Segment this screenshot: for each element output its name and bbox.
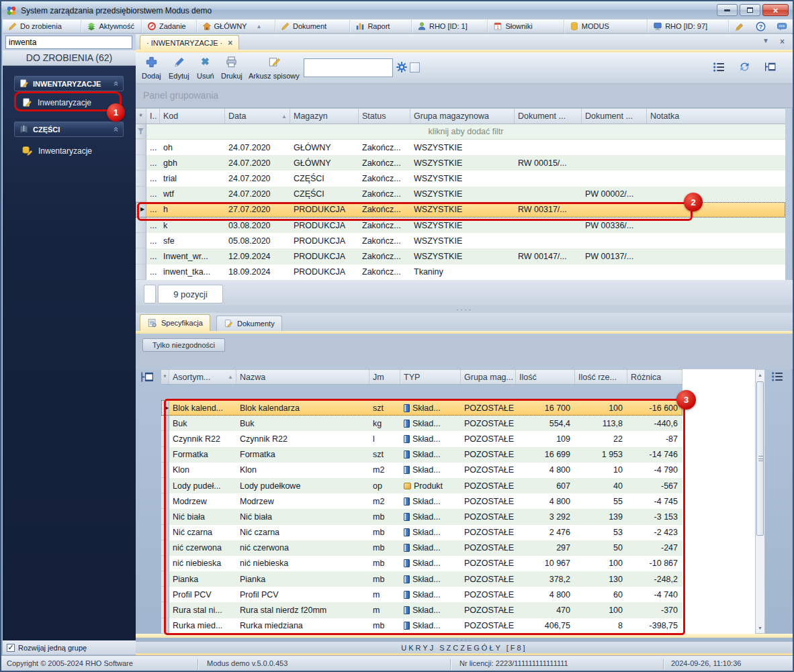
tab-inwentaryzacje[interactable]: · INWENTARYZACJE · × xyxy=(140,35,239,50)
only-discrepancies-button[interactable]: Tylko niezgodności xyxy=(142,338,225,352)
table-row[interactable]: ▶ Nić biała Nić biała mb Skład... POZOST… xyxy=(161,509,682,524)
footer-indicator-box xyxy=(144,285,156,303)
table-row[interactable]: ▶ Nić czarna Nić czarna mb Skład... POZO… xyxy=(161,525,682,540)
table-row[interactable]: ▶ Modrzew Modrzew m2 Skład... POZOSTAŁE … xyxy=(161,493,682,509)
table-row[interactable]: ▶ Klon Klon m2 Skład... POZOSTAŁE 4 800 … xyxy=(161,463,682,478)
hide-details-bar[interactable]: UKRYJ SZCZEGÓŁY [F8] xyxy=(136,641,793,653)
column-header-id[interactable]: I.. xyxy=(146,109,160,124)
minimize-button[interactable] xyxy=(717,4,738,16)
column-header-dokument2[interactable]: Dokument ... xyxy=(582,109,647,124)
column-header-ilosc-rz[interactable]: Ilość rze... xyxy=(575,370,627,384)
group-panel[interactable]: Panel grupowania xyxy=(136,84,793,108)
sort-asc-icon: ▲ xyxy=(281,113,287,119)
help-button[interactable]: ? xyxy=(750,19,771,33)
expand-one-group-checkbox[interactable]: ✓ xyxy=(7,644,15,652)
table-row[interactable]: ▶ Lody pudeł... Lody pudełkowe op Produk… xyxy=(161,478,682,493)
table-row[interactable]: ▶ Buk Buk kg Skład... POZOSTAŁE 554,4 11… xyxy=(161,416,682,431)
delete-button[interactable]: Usuń xyxy=(193,54,218,81)
tab-dokumenty[interactable]: Dokumenty xyxy=(216,316,282,331)
vertical-scrollbar[interactable]: ▲ ▼ xyxy=(755,369,765,634)
table-row[interactable]: ▶ ... k 03.08.2020 PRODUKCJA Zakończ... … xyxy=(136,218,785,233)
table-row[interactable]: ▶ ... Inwent_wr... 12.09.2024 PRODUKCJA … xyxy=(136,248,785,264)
tabbar-close-icon[interactable]: × xyxy=(780,37,785,46)
menu-item-modus[interactable]: MODUS xyxy=(564,19,648,33)
print-button[interactable]: Drukuj xyxy=(218,54,246,81)
table-row[interactable]: ▶ Pianka Pianka mb Skład... POZOSTAŁE 37… xyxy=(161,571,682,587)
menu-item-zadanie[interactable]: Zadanie xyxy=(142,19,197,33)
tab-list-dropdown-icon[interactable]: ▼ xyxy=(762,37,769,46)
edit-button[interactable]: Edytuj xyxy=(165,54,193,81)
column-header-grupa[interactable]: Grupa magazynowa xyxy=(410,109,515,124)
column-header-grupa-mag[interactable]: Grupa mag... xyxy=(461,370,516,384)
close-button[interactable]: × xyxy=(762,4,789,16)
menu-item-rho-user[interactable]: RHO [ID: 1] xyxy=(412,19,488,33)
scroll-down-icon[interactable]: ▼ xyxy=(758,623,762,633)
table-row[interactable]: ▶ ... inwent_tka... 18.09.2024 PRODUKCJA… xyxy=(136,265,785,280)
column-header-typ[interactable]: TYP xyxy=(400,370,461,384)
sidebar-group-czesci[interactable]: CZĘŚCI « xyxy=(14,122,124,137)
sidebar-group-inwentaryzacje[interactable]: INWENTARYZACJE « xyxy=(14,76,124,91)
maximize-icon xyxy=(747,7,753,13)
grid-search-input[interactable] xyxy=(304,58,393,77)
search-option-checkbox[interactable] xyxy=(410,62,420,73)
column-header-dokument1[interactable]: Dokument ... xyxy=(515,109,582,124)
paint-tool-button[interactable] xyxy=(729,19,750,33)
chat-button[interactable] xyxy=(771,19,793,33)
main-grid-filter-row[interactable]: kliknij aby dodać filtr xyxy=(136,124,785,140)
table-row[interactable]: ▶ ... trial 24.07.2020 CZĘŚCI Zakończ...… xyxy=(136,171,785,186)
bullet-list-icon[interactable] xyxy=(713,62,725,73)
sidebar-search-input[interactable] xyxy=(5,36,132,49)
horizontal-splitter[interactable]: ···· xyxy=(136,305,793,313)
band-column-icon[interactable] xyxy=(140,371,155,383)
menu-item-slowniki[interactable]: 1 Słowniki xyxy=(488,19,564,33)
detail-options-icon[interactable] xyxy=(771,371,784,382)
column-header-roznica[interactable]: Różnica xyxy=(627,370,682,384)
column-header-kod[interactable]: Kod xyxy=(160,109,225,124)
inventory-sheet-button[interactable]: Arkusz spisowy xyxy=(245,54,303,81)
table-row[interactable]: ▶ nić niebieska nić niebieska mb Skład..… xyxy=(161,556,682,571)
table-row[interactable]: ▶ nić czerwona nić czerwona mb Skład... … xyxy=(161,540,682,556)
refresh-icon[interactable] xyxy=(738,60,751,73)
check-icon: ✓ xyxy=(7,643,13,652)
table-row[interactable]: ▶ ... gbh 24.07.2020 GŁÓWNY Zakończ... W… xyxy=(136,155,785,171)
close-icon: × xyxy=(773,5,779,15)
tab-specyfikacja[interactable]: Specyfikacja xyxy=(140,314,210,331)
menu-item-rho-station[interactable]: RHO [ID: 97] xyxy=(648,19,728,33)
column-header-data[interactable]: Data▲ xyxy=(225,109,290,124)
grid-corner-star[interactable]: * xyxy=(161,370,169,384)
expand-one-group-label: Rozwijaj jedną grupę xyxy=(18,644,87,652)
column-header-jm[interactable]: Jm xyxy=(369,370,400,384)
column-header-asortyment[interactable]: Asortym...▲ xyxy=(169,370,236,384)
column-header-ilosc[interactable]: Ilość xyxy=(516,370,575,384)
tab-close-icon[interactable]: × xyxy=(228,38,232,48)
scrollbar-thumb[interactable] xyxy=(756,381,764,536)
menu-item-do-zrobienia[interactable]: Do zrobienia xyxy=(3,19,81,33)
table-row[interactable]: ▶ ... sfe 05.08.2020 PRODUKCJA Zakończ..… xyxy=(136,233,785,248)
sidebar-item-czesci-inwentaryzacje[interactable]: Inwentaryzacje xyxy=(16,142,122,160)
table-row[interactable]: ▶ Rura stal ni... Rura stal nierdz f20mm… xyxy=(161,602,682,618)
scroll-up-icon[interactable]: ▲ xyxy=(758,370,762,380)
grid-corner-star[interactable]: * xyxy=(136,109,146,124)
table-row[interactable]: ▶ Rurka mied... Rurka miedziana mb Skład… xyxy=(161,618,682,634)
column-header-status[interactable]: Status xyxy=(359,109,410,124)
document-tab-bar: · INWENTARYZACJE · × ▼ × xyxy=(136,34,793,50)
plus-icon xyxy=(145,56,158,68)
table-row[interactable]: ▶ ... oh 24.07.2020 GŁÓWNY Zakończ... WS… xyxy=(136,140,785,155)
column-width-icon[interactable] xyxy=(764,61,777,73)
menu-item-glowny[interactable]: GŁÓWNY ▲ xyxy=(197,19,275,33)
book-icon xyxy=(19,124,29,134)
sidebar-item-inwentaryzacje[interactable]: Inwentaryzacje xyxy=(16,93,122,111)
column-header-magazyn[interactable]: Magazyn xyxy=(290,109,359,124)
maximize-button[interactable] xyxy=(740,4,760,16)
menu-item-dokument[interactable]: Dokument xyxy=(275,19,350,33)
table-row[interactable]: ▶ Formatka Formatka szt Skład... POZOSTA… xyxy=(161,447,682,463)
add-button[interactable]: Dodaj xyxy=(138,54,165,81)
table-row[interactable]: ▶ Blok kalend... Blok kalendarza szt Skł… xyxy=(161,400,682,416)
gear-icon[interactable] xyxy=(396,61,408,73)
menu-item-raport[interactable]: Raport xyxy=(350,19,412,33)
menu-item-aktywnosc[interactable]: Aktywność xyxy=(81,19,142,33)
column-header-notatka[interactable]: Notatka xyxy=(647,109,785,124)
table-row[interactable]: ▶ Czynnik R22 Czynnik R22 l Skład... POZ… xyxy=(161,431,682,446)
table-row[interactable]: ▶ Profil PCV Profil PCV m Skład... POZOS… xyxy=(161,587,682,602)
column-header-nazwa[interactable]: Nazwa xyxy=(236,370,369,384)
